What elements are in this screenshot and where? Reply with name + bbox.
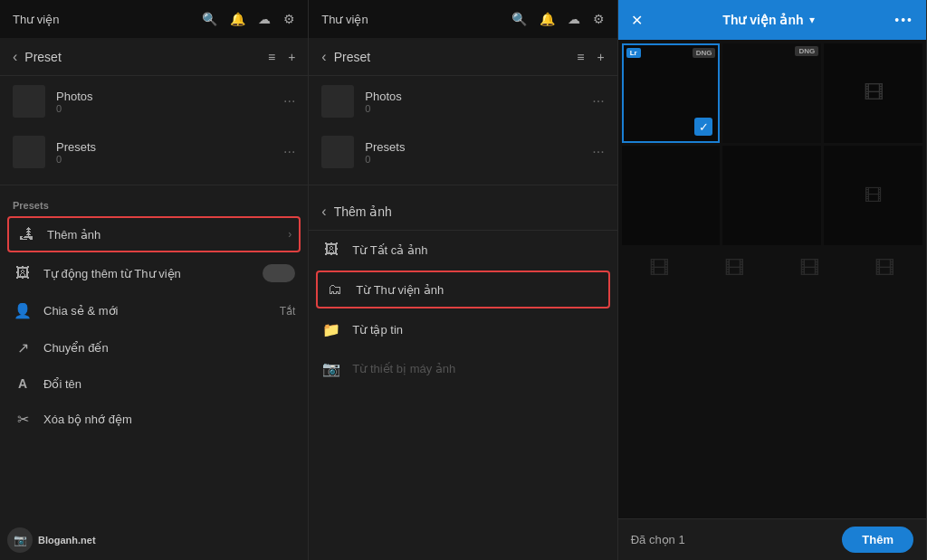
doi-ten-label: Đổi tên: [43, 377, 295, 391]
panel2-photos-name: Photos: [365, 90, 581, 103]
panel2-sub-header-right: ≡ +: [577, 50, 604, 64]
menu-item-xoa-bo[interactable]: ✂ Xóa bộ nhớ đệm: [0, 401, 308, 438]
film-row: 🎞 🎞 🎞 🎞: [622, 248, 922, 289]
presets-count: 0: [56, 154, 272, 165]
panel2-back-icon[interactable]: ‹: [321, 49, 326, 65]
panel2-submenu-header-left: ‹ Thêm ảnh: [321, 204, 392, 220]
bell-icon[interactable]: 🔔: [230, 12, 245, 26]
library-item-photos[interactable]: Photos 0 ···: [0, 76, 308, 127]
photo-check-icon: ✓: [694, 118, 712, 136]
panel2-library-photos[interactable]: Photos 0 ···: [309, 76, 616, 127]
panel3-more-icon[interactable]: •••: [894, 13, 913, 27]
panel2-presets-more-icon[interactable]: ···: [592, 144, 604, 160]
photo-cell-5[interactable]: [722, 146, 821, 245]
chevron-down-icon[interactable]: ▾: [809, 14, 815, 26]
watermark-label: Bloganh.net: [38, 535, 96, 546]
them-button[interactable]: Thêm: [842, 527, 913, 553]
footer-status: Đã chọn 1: [631, 533, 685, 546]
panel-1: Thư viện 🔍 🔔 ☁ ⚙ ‹ Preset ≡ + Photos 0 ·…: [0, 0, 309, 560]
menu-item-doi-ten[interactable]: A Đổi tên: [0, 366, 308, 401]
add-icon[interactable]: +: [288, 50, 295, 64]
photo-cell-1[interactable]: Lr DNG ✓: [622, 43, 721, 143]
panel2-header-icons: 🔍 🔔 ☁ ⚙: [511, 12, 605, 26]
back-icon[interactable]: ‹: [13, 49, 17, 65]
them-anh-label: Thêm ảnh: [47, 228, 277, 242]
submenu-tu-thu-vien[interactable]: 🗂 Từ Thư viện ảnh: [316, 271, 609, 308]
divider-1: [0, 185, 308, 185]
cloud-icon[interactable]: ☁: [258, 12, 271, 26]
panel3-header: ✕ Thư viện ảnh ▾ •••: [618, 0, 926, 40]
menu-item-them-anh[interactable]: 🏞 Thêm ảnh ›: [7, 216, 301, 252]
menu-item-chuyen-den[interactable]: ↗ Chuyển đến: [0, 329, 308, 366]
panel1-sub-title: Preset: [24, 50, 61, 64]
tu-tat-ca-icon: 🖼: [321, 242, 341, 258]
dng-badge-2: DNG: [795, 46, 818, 56]
panel2-photos-count: 0: [365, 103, 581, 114]
watermark-logo: 📷: [7, 527, 33, 553]
filter-icon[interactable]: ≡: [268, 50, 275, 64]
panel2-library-presets[interactable]: Presets 0 ···: [309, 127, 616, 177]
panel2-add-icon[interactable]: +: [597, 50, 604, 64]
menu-item-chia-se[interactable]: 👤 Chia sẻ & mới Tắt: [0, 292, 308, 329]
panel1-sub-header: ‹ Preset ≡ +: [0, 38, 308, 76]
submenu-tu-tap-tin[interactable]: 📁 Từ tập tin: [309, 310, 616, 349]
photo-cell-2[interactable]: DNG: [722, 43, 821, 143]
panel2-settings-icon[interactable]: ⚙: [593, 12, 605, 26]
tu-thu-vien-icon: 🗂: [325, 281, 345, 298]
panel2-cloud-icon[interactable]: ☁: [568, 12, 580, 26]
presets-more-icon[interactable]: ···: [283, 144, 295, 160]
panel2-submenu-title: Thêm ảnh: [334, 204, 392, 219]
chuyen-den-icon: ↗: [13, 339, 33, 356]
submenu-tu-thiet-bi[interactable]: 📷 Từ thiết bị máy ảnh: [309, 349, 616, 388]
presets-thumb: [13, 136, 45, 168]
film-icon-row-1: 🎞: [649, 257, 669, 280]
panel2-bell-icon[interactable]: 🔔: [540, 12, 555, 26]
film-icon-3: 🎞: [864, 81, 884, 105]
photos-more-icon[interactable]: ···: [283, 93, 295, 109]
panel2-submenu-header: ‹ Thêm ảnh: [309, 193, 616, 231]
film-icon-row-4: 🎞: [874, 257, 894, 280]
chia-se-label: Chia sẻ & mới: [43, 304, 269, 318]
film-icon-row-2: 🎞: [724, 257, 744, 280]
panel-3: ✕ Thư viện ảnh ▾ ••• Lr DNG ✓ DNG 🎞 🎞: [618, 0, 927, 560]
panel2-presets-info: Presets 0: [365, 140, 581, 165]
close-icon[interactable]: ✕: [631, 12, 643, 29]
tu-tat-ca-label: Từ Tất cả ảnh: [352, 243, 427, 257]
tu-thiet-bi-label: Từ thiết bị máy ảnh: [352, 362, 455, 375]
dng-badge-1: DNG: [693, 48, 716, 58]
panel2-title: Thư viện: [321, 13, 368, 26]
photo-cell-6[interactable]: 🎞: [824, 146, 922, 245]
tu-dong-toggle[interactable]: [263, 264, 295, 282]
sub-header-left: ‹ Preset: [13, 49, 62, 65]
panel3-footer: Đã chọn 1 Thêm: [618, 518, 926, 560]
menu-item-tu-dong[interactable]: 🖼 Tự động thêm từ Thư viện: [0, 254, 308, 292]
photos-thumb: [13, 85, 45, 118]
panel2-photos-thumb: [321, 85, 354, 118]
tu-dong-label: Tự động thêm từ Thư viện: [43, 267, 252, 280]
sub-header-right: ≡ +: [268, 50, 295, 64]
search-icon[interactable]: 🔍: [202, 12, 217, 26]
panel1-title: Thư viện: [13, 13, 59, 26]
section-label-presets: Presets: [0, 193, 308, 214]
panel2-photos-more-icon[interactable]: ···: [592, 93, 604, 109]
panel2-filter-icon[interactable]: ≡: [577, 50, 584, 64]
xoa-bo-label: Xóa bộ nhớ đệm: [43, 413, 295, 426]
panel2-search-icon[interactable]: 🔍: [511, 12, 527, 26]
panel2-presets-count: 0: [365, 154, 581, 165]
library-item-presets[interactable]: Presets 0 ···: [0, 127, 308, 177]
panel2-divider: [309, 185, 616, 185]
panel2-header: Thư viện 🔍 🔔 ☁ ⚙: [309, 0, 616, 38]
settings-icon[interactable]: ⚙: [283, 12, 295, 26]
photo-cell-3[interactable]: 🎞: [824, 43, 922, 143]
photos-info: Photos 0: [56, 90, 272, 114]
panel2-submenu-back-icon[interactable]: ‹: [321, 204, 326, 220]
submenu-tu-tat-ca[interactable]: 🖼 Từ Tất cả ảnh: [309, 231, 616, 269]
panel3-title: Thư viện ảnh: [722, 13, 803, 27]
panel2-sub-title: Preset: [334, 50, 370, 64]
panel2-presets-name: Presets: [365, 140, 581, 154]
panel2-presets-thumb: [321, 136, 354, 168]
photo-cell-4[interactable]: [622, 146, 721, 245]
chia-se-badge: Tắt: [280, 305, 296, 318]
tu-thu-vien-label: Từ Thư viện ảnh: [356, 283, 444, 297]
panel2-sub-header-left: ‹ Preset: [321, 49, 370, 65]
